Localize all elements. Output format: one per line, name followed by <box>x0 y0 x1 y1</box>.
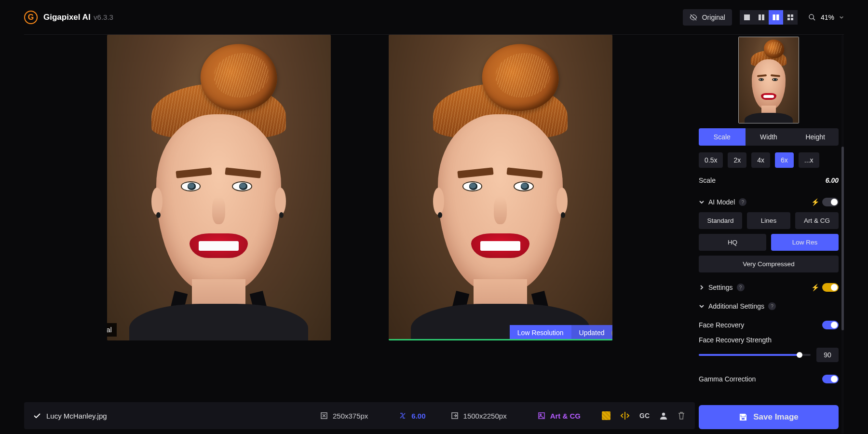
svg-line-10 <box>813 18 815 20</box>
footer-model-label: Art & CG <box>550 412 581 420</box>
trash-icon[interactable] <box>678 411 685 420</box>
bolt-icon: ⚡ <box>811 198 819 206</box>
model-hq[interactable]: HQ <box>699 234 766 251</box>
chevron-down-icon <box>839 15 844 20</box>
bolt-icon: ⚡ <box>811 284 819 291</box>
scale-factor: 6.00 <box>411 412 425 420</box>
auto-icon[interactable] <box>602 411 610 420</box>
view-single-button[interactable] <box>740 10 754 25</box>
scale-label: Scale <box>699 176 716 184</box>
eye-off-icon <box>690 14 697 21</box>
help-icon[interactable]: ? <box>768 302 776 310</box>
scale-presets: 0.5x 2x 4x 6x ...x <box>699 152 839 168</box>
compare-icon[interactable] <box>620 411 630 420</box>
tab-scale[interactable]: Scale <box>699 128 746 146</box>
gamma-toggle[interactable] <box>822 375 839 383</box>
save-icon <box>739 413 747 421</box>
toggle-original-label: Original <box>702 14 725 21</box>
chevron-down-icon[interactable] <box>699 303 705 309</box>
settings-auto-toggle[interactable] <box>822 283 839 292</box>
source-dimensions: 250x375px <box>333 412 368 420</box>
additional-settings-label: Additional Settings <box>708 302 764 310</box>
svg-rect-0 <box>744 14 750 20</box>
model-badge: Low Resolution <box>510 325 571 340</box>
svg-rect-5 <box>787 14 790 17</box>
help-icon[interactable]: ? <box>737 284 745 291</box>
ai-model-label: AI Model <box>708 198 735 206</box>
view-grid-button[interactable] <box>783 10 798 25</box>
toggle-original-button[interactable]: Original <box>683 9 732 26</box>
svg-rect-17 <box>741 418 745 420</box>
model-art-cg[interactable]: Art & CG <box>795 212 839 229</box>
preview-original: Original <box>107 35 331 340</box>
processed-image <box>389 35 612 340</box>
output-icon <box>451 412 459 420</box>
model-very-compressed[interactable]: Very Compressed <box>699 256 839 272</box>
preset-0.5x[interactable]: 0.5x <box>699 152 723 168</box>
zoom-icon <box>808 14 816 21</box>
svg-point-9 <box>809 14 814 19</box>
save-image-button[interactable]: Save Image <box>699 405 839 429</box>
app-name: Gigapixel AI <box>43 13 91 22</box>
svg-rect-16 <box>742 414 745 416</box>
view-mode-group <box>740 10 798 25</box>
help-icon[interactable]: ? <box>739 198 746 206</box>
original-image <box>107 35 331 340</box>
preset-2x[interactable]: 2x <box>728 152 746 168</box>
progress-bar <box>389 339 612 340</box>
scale-icon <box>399 412 407 420</box>
zoom-control[interactable]: 41% <box>808 14 844 21</box>
panel-scrollbar[interactable] <box>841 35 844 434</box>
svg-rect-8 <box>791 18 793 20</box>
gamma-label: Gamma Correction <box>699 375 756 383</box>
preview-area[interactable]: Original Low Resolution <box>24 35 695 395</box>
check-icon <box>34 413 41 418</box>
ai-model-auto-toggle[interactable] <box>822 198 839 206</box>
svg-rect-6 <box>791 14 793 17</box>
gc-label: GC <box>639 412 650 420</box>
svg-rect-1 <box>759 14 761 20</box>
tab-width[interactable]: Width <box>746 128 792 146</box>
chevron-right-icon[interactable] <box>699 285 705 290</box>
svg-point-15 <box>662 413 665 416</box>
face-strength-value[interactable]: 90 <box>816 348 839 362</box>
output-dimensions: 1500x2250px <box>463 412 507 420</box>
model-standard[interactable]: Standard <box>699 212 742 229</box>
preset-4x[interactable]: 4x <box>751 152 770 168</box>
model-grid: Standard Lines Art & CG HQ Low Res Very … <box>699 212 839 272</box>
navigator-thumbnail[interactable] <box>738 37 799 123</box>
dimensions-icon <box>320 412 328 420</box>
settings-label: Settings <box>708 284 733 291</box>
model-low-res[interactable]: Low Res <box>771 234 839 251</box>
model-lines[interactable]: Lines <box>747 212 790 229</box>
settings-panel: Scale Width Height 0.5x 2x 4x 6x ...x Sc… <box>699 35 839 434</box>
file-bar: Lucy McHanley.jpg 250x375px 6.00 1500x22… <box>24 402 695 429</box>
view-split-button[interactable] <box>754 10 769 25</box>
face-recovery-label: Face Recovery <box>699 321 744 329</box>
face-strength-label: Face Recovery Strength <box>699 336 839 344</box>
preset-6x[interactable]: 6x <box>775 152 794 168</box>
updated-badge: Updated <box>571 325 612 340</box>
scale-value: 6.00 <box>826 176 839 184</box>
person-icon[interactable] <box>659 411 668 420</box>
original-tag: Original <box>107 323 117 337</box>
resize-mode-tabs: Scale Width Height <box>699 128 839 146</box>
app-version: v6.3.3 <box>94 13 113 21</box>
zoom-percent: 41% <box>821 14 834 21</box>
svg-rect-2 <box>762 14 764 20</box>
tab-height[interactable]: Height <box>792 128 839 146</box>
feedback-happy-icon[interactable]: ☺ <box>611 328 612 339</box>
face-recovery-toggle[interactable] <box>822 321 839 329</box>
face-strength-slider[interactable] <box>699 354 811 356</box>
image-icon <box>538 412 545 420</box>
view-side-by-side-button[interactable] <box>769 10 783 25</box>
chevron-down-icon[interactable] <box>699 199 705 205</box>
topbar: G Gigapixel AI v6.3.3 Original 41% <box>24 0 844 35</box>
save-image-label: Save Image <box>753 412 799 422</box>
svg-rect-3 <box>773 14 775 20</box>
svg-rect-7 <box>787 18 790 20</box>
brand: G Gigapixel AI v6.3.3 <box>24 11 113 24</box>
app-logo-icon: G <box>24 11 38 24</box>
preset-custom[interactable]: ...x <box>799 152 819 168</box>
preview-processed: Low Resolution Updated ☺ ☹ <box>389 35 612 340</box>
